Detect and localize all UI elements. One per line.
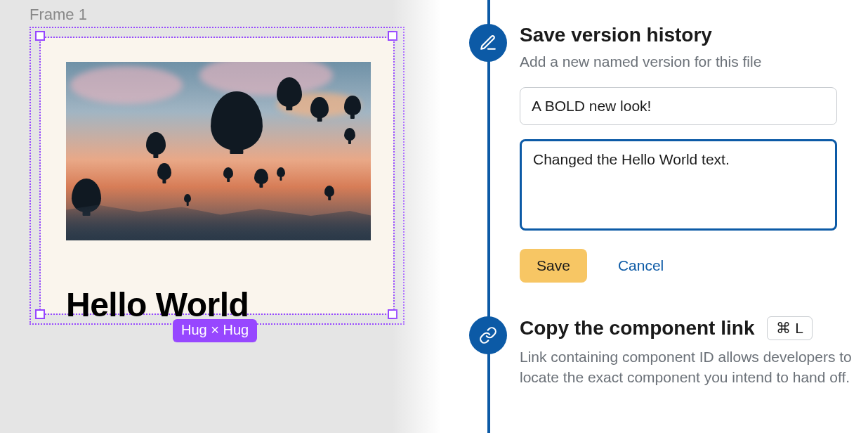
step-subtitle: Add a new named version for this file bbox=[520, 52, 868, 72]
balloon-silhouette bbox=[310, 97, 329, 118]
save-button[interactable]: Save bbox=[520, 249, 587, 283]
balloon-silhouette bbox=[277, 77, 302, 107]
cancel-button[interactable]: Cancel bbox=[618, 257, 664, 274]
version-actions: Save Cancel bbox=[520, 249, 868, 283]
version-title-value: A BOLD new look! bbox=[532, 98, 651, 115]
step-title: Save version history bbox=[520, 24, 868, 46]
cloud-decoration bbox=[70, 66, 183, 104]
version-description-input[interactable]: Changed the Hello World text. bbox=[520, 139, 837, 231]
version-description-value: Changed the Hello World text. bbox=[533, 151, 730, 167]
balloon-silhouette bbox=[223, 167, 233, 179]
card-frame[interactable]: Hello World bbox=[41, 38, 393, 314]
balloon-silhouette bbox=[344, 128, 355, 141]
mountain-decoration bbox=[66, 191, 371, 240]
tutorial-pane: Save version history Add a new named ver… bbox=[441, 0, 868, 433]
balloon-silhouette bbox=[277, 167, 285, 177]
cloud-decoration bbox=[199, 62, 333, 96]
balloon-silhouette bbox=[324, 186, 334, 197]
step-subtitle: Link containing component ID allows deve… bbox=[520, 347, 868, 387]
tutorial-step-save-version: Save version history Add a new named ver… bbox=[490, 0, 868, 283]
step-badge bbox=[469, 316, 507, 354]
step-title: Copy the component link bbox=[520, 317, 754, 340]
balloon-silhouette bbox=[146, 132, 166, 155]
balloon-silhouette bbox=[344, 96, 361, 115]
balloon-silhouette bbox=[184, 194, 191, 202]
version-title-input[interactable]: A BOLD new look! bbox=[520, 87, 837, 125]
canvas-pane[interactable]: Frame 1 He bbox=[0, 0, 441, 433]
step-badge bbox=[469, 24, 507, 62]
balloon-silhouette bbox=[157, 163, 171, 180]
selection-handle-tr[interactable] bbox=[388, 31, 397, 41]
constraint-badge: Hug × Hug bbox=[173, 319, 257, 342]
tutorial-step-copy-link: Copy the component link ⌘ L Link contain… bbox=[490, 316, 868, 387]
link-icon bbox=[479, 326, 497, 344]
selection-handle-tl[interactable] bbox=[35, 31, 45, 41]
balloon-silhouette bbox=[254, 169, 268, 184]
selection-handle-bl[interactable] bbox=[35, 309, 45, 319]
selection-handle-br[interactable] bbox=[388, 309, 397, 319]
pencil-icon bbox=[479, 34, 497, 52]
balloon-silhouette bbox=[211, 91, 263, 150]
card-image[interactable] bbox=[66, 62, 371, 240]
frame-label[interactable]: Frame 1 bbox=[29, 6, 87, 24]
keyboard-shortcut: ⌘ L bbox=[767, 316, 813, 340]
card-heading-text[interactable]: Hello World bbox=[66, 285, 249, 324]
